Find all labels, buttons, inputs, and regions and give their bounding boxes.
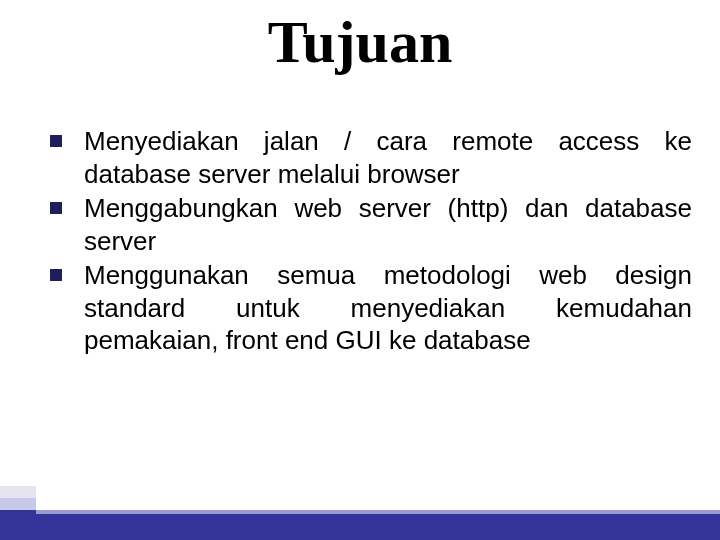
list-item-text: Menggunakan semua metodologi web design …	[84, 259, 692, 357]
square-bullet-icon	[50, 269, 62, 281]
slide-title: Tujuan	[0, 8, 720, 77]
list-item: Menggunakan semua metodologi web design …	[50, 259, 692, 357]
footer-bar	[0, 510, 720, 540]
square-bullet-icon	[50, 202, 62, 214]
corner-decoration	[0, 510, 36, 540]
list-item-text: Menggabungkan web server (http) dan data…	[84, 192, 692, 257]
corner-decoration	[0, 486, 36, 498]
square-bullet-icon	[50, 135, 62, 147]
list-item: Menyediakan jalan / cara remote access k…	[50, 125, 692, 190]
bullet-list: Menyediakan jalan / cara remote access k…	[0, 125, 720, 357]
list-item: Menggabungkan web server (http) dan data…	[50, 192, 692, 257]
corner-decoration	[0, 498, 36, 510]
list-item-text: Menyediakan jalan / cara remote access k…	[84, 125, 692, 190]
